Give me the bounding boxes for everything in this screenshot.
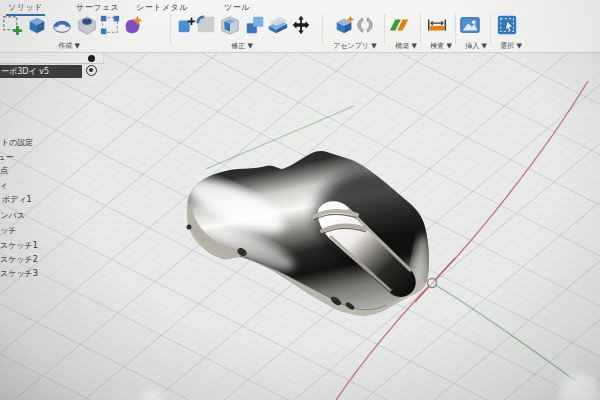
group-label-select[interactable]: 選択 ▼ [500, 41, 522, 51]
tree-item-body1[interactable]: ボディ1 [0, 194, 62, 206]
construct-plane-icon[interactable] [388, 14, 412, 38]
extrude-icon[interactable] [26, 14, 50, 38]
move-icon[interactable] [290, 14, 314, 38]
tree-item-document-settings[interactable]: ドキュメントの設定 [0, 137, 62, 149]
combine-icon[interactable] [244, 14, 268, 38]
tree-item-named-views[interactable]: 名前付きビュー [0, 152, 62, 164]
tree-item-sketch3[interactable]: スケッチ3 [0, 268, 62, 280]
measure-icon[interactable] [426, 14, 450, 38]
group-label-insert[interactable]: 挿入 ▼ [465, 41, 487, 51]
browser-header-dot-icon[interactable] [88, 55, 95, 62]
ribbon-separator [322, 14, 323, 44]
tree-item-origin[interactable]: 原点 [0, 165, 62, 177]
create-sketch-icon[interactable] [1, 14, 25, 38]
form-icon[interactable] [121, 14, 145, 38]
select-icon[interactable] [496, 14, 520, 38]
document-name: ーボ3Dイ v5 [1, 67, 49, 76]
tree-item-bodies[interactable]: ボディ [0, 180, 62, 192]
shell-icon[interactable] [219, 14, 243, 38]
browser-root-node[interactable]: ーボ3Dイ v5 [0, 65, 82, 78]
tree-item-canvases[interactable]: キャンバス [0, 210, 62, 222]
tab-solid[interactable]: ソリッド [8, 2, 43, 14]
ribbon-separator [420, 14, 421, 44]
hole-icon[interactable] [76, 14, 100, 38]
group-label-inspect[interactable]: 検査 ▼ [430, 41, 452, 51]
viewport-scene [0, 52, 600, 400]
group-label-assemble[interactable]: アセンブリ ▼ [333, 41, 376, 51]
viewport-canvas[interactable] [0, 52, 600, 400]
tree-item-sketch2[interactable]: スケッチ2 [0, 254, 62, 266]
tree-item-sketch1[interactable]: スケッチ1 [0, 240, 62, 252]
tab-surface[interactable]: サーフェス [76, 2, 119, 14]
ribbon-separator [455, 14, 456, 44]
group-label-create[interactable]: 作成 ▼ [58, 41, 80, 51]
insert-image-icon[interactable] [459, 14, 483, 38]
pattern-icon[interactable] [99, 14, 123, 38]
group-label-modify[interactable]: 修正 ▼ [231, 41, 253, 51]
tree-item-sketches[interactable]: スケッチ [0, 225, 62, 237]
ribbon-toolbar: ソリッド サーフェス シートメタル ツール [0, 0, 600, 53]
joint-icon[interactable] [354, 14, 378, 38]
tab-sheetmetal[interactable]: シートメタル [136, 2, 188, 14]
visibility-radio-icon[interactable] [86, 65, 97, 76]
ribbon-separator [170, 14, 171, 44]
fillet-icon[interactable] [195, 14, 219, 38]
ribbon-separator [384, 14, 385, 44]
revolve-icon[interactable] [51, 14, 75, 38]
thicken-icon[interactable] [267, 14, 291, 38]
ribbon-separator [490, 14, 491, 44]
group-label-construct[interactable]: 構築 ▼ [395, 41, 417, 51]
tab-tools[interactable]: ツール [224, 2, 250, 14]
